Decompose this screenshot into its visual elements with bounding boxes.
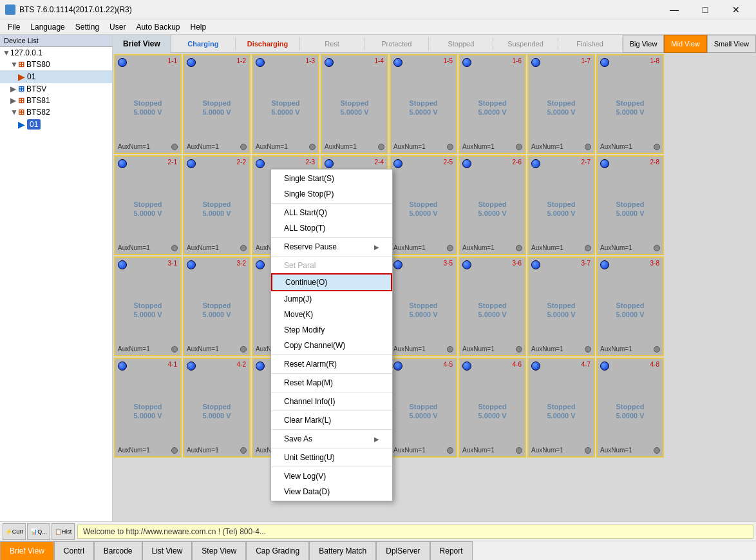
tree-item-01-bts80[interactable]: ▶ 01 bbox=[0, 70, 112, 83]
channel-bottom: AuxNum=1 bbox=[393, 345, 453, 352]
channel-1-8[interactable]: 1-8 Stopped5.0000 V AuxNum=1 bbox=[596, 54, 664, 154]
curr-label: ⚡Curr bbox=[5, 528, 24, 535]
ctx-label: Unit Setting(U) bbox=[284, 453, 335, 462]
tab-report[interactable]: Report bbox=[430, 541, 473, 560]
ctx-save-as[interactable]: Save As ▶ bbox=[271, 431, 392, 447]
ctx-view-data[interactable]: View Data(D) bbox=[271, 484, 392, 499]
channel-3-8[interactable]: 3-8 Stopped5.0000 V AuxNum=1 bbox=[596, 256, 664, 356]
hist-icon-button[interactable]: 📋Hist bbox=[52, 523, 75, 540]
tab-brief-view[interactable]: Brief View bbox=[0, 541, 54, 560]
tab-list-view[interactable]: List View bbox=[142, 541, 193, 560]
channel-1-5[interactable]: 1-5 Stopped5.0000 V AuxNum=1 bbox=[390, 54, 457, 154]
tree-item-bts80[interactable]: ▼ ⊞ BTS80 bbox=[0, 59, 112, 70]
tree-label-btsv: BTSV bbox=[26, 84, 46, 93]
channel-2-5[interactable]: 2-5 Stopped5.0000 V AuxNum=1 bbox=[390, 155, 457, 255]
mid-view-button[interactable]: Mid View bbox=[664, 35, 706, 53]
ctx-reserve-pause[interactable]: Reserve Pause ▶ bbox=[271, 239, 392, 255]
tab-barcode[interactable]: Barcode bbox=[94, 541, 142, 560]
channel-3-2[interactable]: 3-2 Stopped5.0000 V AuxNum=1 bbox=[183, 256, 250, 356]
menu-user[interactable]: User bbox=[104, 21, 131, 33]
tab-cap-grading[interactable]: Cap Grading bbox=[246, 541, 309, 560]
channel-2-2[interactable]: 2-2 Stopped5.0000 V AuxNum=1 bbox=[183, 155, 250, 255]
channel-dot bbox=[240, 245, 247, 251]
channel-4-5[interactable]: 4-5 Stopped5.0000 V AuxNum=1 bbox=[390, 358, 457, 458]
menu-help[interactable]: Help bbox=[185, 21, 211, 33]
menu-file[interactable]: File bbox=[3, 21, 25, 33]
ctx-jump[interactable]: Jump(J) bbox=[271, 291, 392, 307]
ctx-continue[interactable]: Continue(O) bbox=[271, 273, 392, 291]
col-header-stopped: Stopped bbox=[429, 37, 493, 50]
channel-indicator bbox=[462, 260, 471, 269]
tab-dplserver[interactable]: DplServer bbox=[376, 541, 430, 560]
channel-3-5[interactable]: 3-5 Stopped5.0000 V AuxNum=1 bbox=[390, 256, 457, 356]
channel-2-7[interactable]: 2-7 Stopped5.0000 V AuxNum=1 bbox=[527, 155, 595, 255]
channel-1-2[interactable]: 1-2 Stopped5.0000 V AuxNum=1 bbox=[183, 54, 250, 154]
channel-aux: AuxNum=1 bbox=[187, 244, 219, 251]
ctx-all-start[interactable]: ALL Start(Q) bbox=[271, 205, 392, 220]
channel-3-7[interactable]: 3-7 Stopped5.0000 V AuxNum=1 bbox=[527, 256, 595, 356]
channel-bottom: AuxNum=1 bbox=[187, 447, 247, 454]
maximize-button[interactable]: □ bbox=[690, 0, 720, 19]
channel-aux: AuxNum=1 bbox=[393, 143, 426, 150]
channel-1-1[interactable]: 1-1 Stopped5.0000 V AuxNum=1 bbox=[114, 54, 182, 154]
channel-num: 4-7 bbox=[581, 361, 591, 368]
col-header-finished: Finished bbox=[558, 37, 623, 50]
ctx-reset-alarm[interactable]: Reset Alarm(R) bbox=[271, 356, 392, 372]
menu-setting[interactable]: Setting bbox=[70, 21, 104, 33]
ctx-move[interactable]: Move(K) bbox=[271, 307, 392, 322]
channel-3-1[interactable]: 3-1 Stopped5.0000 V AuxNum=1 bbox=[114, 256, 182, 356]
q-icon-button[interactable]: 📊Q... bbox=[27, 523, 50, 540]
channel-2-6[interactable]: 2-6 Stopped5.0000 V AuxNum=1 bbox=[458, 155, 526, 255]
channel-1-4[interactable]: 1-4 Stopped5.0000 V AuxNum=1 bbox=[321, 54, 388, 154]
ctx-clear-mark[interactable]: Clear Mark(L) bbox=[271, 412, 392, 428]
ctx-view-log[interactable]: View Log(V) bbox=[271, 468, 392, 484]
channel-1-6[interactable]: 1-6 Stopped5.0000 V AuxNum=1 bbox=[458, 54, 526, 154]
ctx-unit-setting[interactable]: Unit Setting(U) bbox=[271, 450, 392, 465]
tree-item-bts82[interactable]: ▼ ⊞ BTS82 bbox=[0, 106, 112, 118]
tree-item-btsv[interactable]: ▶ ⊞ BTSV bbox=[0, 83, 112, 95]
channel-indicator bbox=[393, 159, 402, 168]
tree-item-127[interactable]: ▼ 127.0.0.1 bbox=[0, 47, 112, 59]
tree-arrow: ▼ bbox=[10, 60, 18, 69]
curr-icon-button[interactable]: ⚡Curr bbox=[3, 523, 26, 540]
channel-4-1[interactable]: 4-1 Stopped5.0000 V AuxNum=1 bbox=[114, 358, 182, 458]
tree-arrow: ▶ bbox=[10, 84, 18, 93]
minimize-button[interactable]: — bbox=[659, 0, 689, 19]
ctx-all-stop[interactable]: ALL Stop(T) bbox=[271, 220, 392, 236]
small-view-button[interactable]: Small View bbox=[707, 35, 756, 53]
channel-2-1[interactable]: 2-1 Stopped5.0000 V AuxNum=1 bbox=[114, 155, 182, 255]
channel-4-2[interactable]: 4-2 Stopped5.0000 V AuxNum=1 bbox=[183, 358, 250, 458]
tree-item-01-bts82[interactable]: ▶ 01 bbox=[0, 118, 112, 131]
big-view-button[interactable]: Big View bbox=[623, 35, 665, 53]
grid-row-2: 2-1 Stopped5.0000 V AuxNum=1 2-2 Stopped… bbox=[114, 155, 755, 255]
channel-dot bbox=[240, 144, 247, 150]
ctx-step-modify[interactable]: Step Modify bbox=[271, 322, 392, 338]
tree-item-bts81[interactable]: ▶ ⊞ BTS81 bbox=[0, 95, 112, 106]
channel-4-7[interactable]: 4-7 Stopped5.0000 V AuxNum=1 bbox=[527, 358, 595, 458]
ctx-reset-map[interactable]: Reset Map(M) bbox=[271, 375, 392, 391]
ctx-single-start[interactable]: Single Start(S) bbox=[271, 171, 392, 186]
ctx-single-stop[interactable]: Single Stop(P) bbox=[271, 186, 392, 202]
channel-1-7[interactable]: 1-7 Stopped5.0000 V AuxNum=1 bbox=[527, 54, 595, 154]
channel-2-8[interactable]: 2-8 Stopped5.0000 V AuxNum=1 bbox=[596, 155, 664, 255]
menu-language[interactable]: Language bbox=[25, 21, 70, 33]
channel-4-6[interactable]: 4-6 Stopped5.0000 V AuxNum=1 bbox=[458, 358, 526, 458]
ctx-channel-info[interactable]: Channel Info(I) bbox=[271, 394, 392, 409]
menu-autobackup[interactable]: Auto Backup bbox=[131, 21, 185, 33]
channel-indicator bbox=[531, 58, 540, 67]
ctx-label: ALL Stop(T) bbox=[284, 224, 325, 233]
tab-battery-match[interactable]: Battery Match bbox=[309, 541, 376, 560]
channel-aux: AuxNum=1 bbox=[187, 345, 219, 352]
channel-aux: AuxNum=1 bbox=[531, 244, 563, 251]
channel-indicator bbox=[531, 362, 540, 371]
tab-step-view[interactable]: Step View bbox=[192, 541, 246, 560]
tab-contrl[interactable]: Contrl bbox=[54, 541, 94, 560]
col-header-suspended: Suspended bbox=[493, 37, 558, 50]
channel-indicator bbox=[118, 58, 127, 67]
channel-aux: AuxNum=1 bbox=[600, 244, 632, 251]
ctx-copy-channel[interactable]: Copy Channel(W) bbox=[271, 338, 392, 353]
channel-1-3[interactable]: 1-3 Stopped5.0000 V AuxNum=1 bbox=[252, 54, 319, 154]
channel-4-8[interactable]: 4-8 Stopped5.0000 V AuxNum=1 bbox=[596, 358, 664, 458]
channel-3-6[interactable]: 3-6 Stopped5.0000 V AuxNum=1 bbox=[458, 256, 526, 356]
close-button[interactable]: ✕ bbox=[721, 0, 751, 19]
